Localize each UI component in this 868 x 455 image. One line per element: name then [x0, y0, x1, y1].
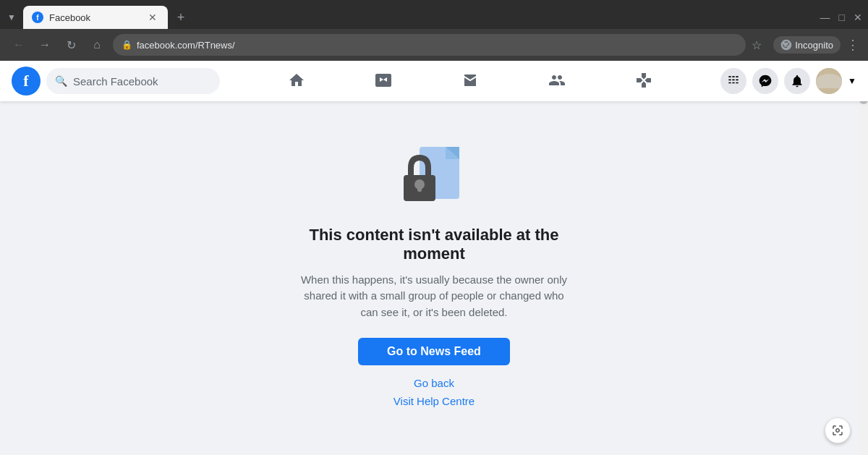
nav-marketplace-button[interactable] — [430, 64, 511, 98]
apps-grid-icon — [726, 74, 741, 88]
messenger-button[interactable] — [752, 68, 778, 94]
messenger-icon — [758, 74, 773, 88]
new-tab-button[interactable]: + — [171, 7, 191, 27]
bookmark-star-icon[interactable]: ☆ — [752, 38, 762, 52]
address-bar[interactable]: 🔒 facebook.com/RTnews/ — [113, 34, 746, 56]
nav-home-button[interactable] — [256, 64, 337, 98]
incognito-button[interactable]: Incognito — [773, 36, 841, 54]
browser-controls-bar: ← → ↻ ⌂ 🔒 facebook.com/RTnews/ ☆ Incogni… — [0, 29, 868, 61]
locked-content-illustration — [398, 143, 470, 208]
friends-nav-icon — [548, 72, 566, 89]
address-text: facebook.com/RTnews/ — [137, 40, 737, 51]
browser-tab-bar: ▼ f Facebook ✕ + — □ ✕ — [0, 0, 868, 29]
home-button[interactable]: ⌂ — [87, 35, 107, 55]
screenshot-button[interactable] — [825, 417, 851, 443]
error-title: This content isn't available at the mome… — [282, 226, 586, 263]
tab-close-button[interactable]: ✕ — [146, 11, 159, 24]
back-button[interactable]: ← — [9, 35, 29, 55]
gaming-nav-icon — [635, 72, 652, 89]
minimize-button[interactable]: — — [820, 12, 830, 23]
svg-rect-5 — [417, 184, 422, 192]
tab-favicon: f — [32, 12, 43, 23]
search-bar[interactable]: 🔍 Search Facebook — [46, 68, 220, 94]
forward-button[interactable]: → — [35, 35, 55, 55]
lock-document-svg — [398, 143, 470, 208]
go-to-news-feed-button[interactable]: Go to News Feed — [358, 338, 510, 365]
avatar-chevron-icon[interactable]: ▼ — [848, 76, 856, 86]
apps-menu-button[interactable] — [720, 68, 746, 94]
notifications-button[interactable] — [784, 68, 810, 94]
visit-help-centre-link[interactable]: Visit Help Centre — [393, 395, 475, 407]
screenshot-icon — [831, 424, 844, 437]
nav-gaming-button[interactable] — [603, 64, 684, 98]
search-icon: 🔍 — [55, 75, 67, 87]
scrollbar-track[interactable] — [859, 61, 868, 455]
nav-friends-button[interactable] — [516, 64, 597, 98]
maximize-button[interactable]: □ — [839, 12, 845, 23]
user-avatar[interactable] — [816, 68, 842, 94]
error-card: This content isn't available at the mome… — [253, 114, 615, 443]
tab-title: Facebook — [49, 12, 140, 23]
error-description: When this happens, it's usually because … — [297, 272, 571, 321]
close-button[interactable]: ✕ — [854, 12, 862, 23]
security-icon: 🔒 — [122, 40, 132, 50]
marketplace-nav-icon — [461, 72, 479, 89]
facebook-navbar: f 🔍 Search Facebook — [0, 61, 868, 101]
fb-logo-letter: f — [23, 72, 28, 90]
nav-center-icons — [220, 64, 720, 98]
refresh-button[interactable]: ↻ — [61, 35, 81, 55]
bell-icon — [790, 74, 804, 88]
incognito-label: Incognito — [795, 40, 833, 51]
search-placeholder-text: Search Facebook — [73, 75, 158, 88]
watch-nav-icon — [375, 72, 392, 89]
browser-menu-button[interactable]: ⋮ — [846, 37, 859, 53]
incognito-icon — [780, 39, 792, 51]
facebook-logo[interactable]: f — [12, 67, 41, 95]
home-nav-icon — [288, 72, 305, 89]
go-back-link[interactable]: Go back — [414, 377, 454, 389]
tab-dropdown-icon[interactable]: ▼ — [6, 12, 17, 23]
nav-watch-button[interactable] — [343, 64, 424, 98]
active-tab[interactable]: f Facebook ✕ — [23, 6, 168, 29]
nav-right-controls: ▼ — [720, 68, 856, 94]
main-content-area: This content isn't available at the mome… — [0, 101, 868, 455]
